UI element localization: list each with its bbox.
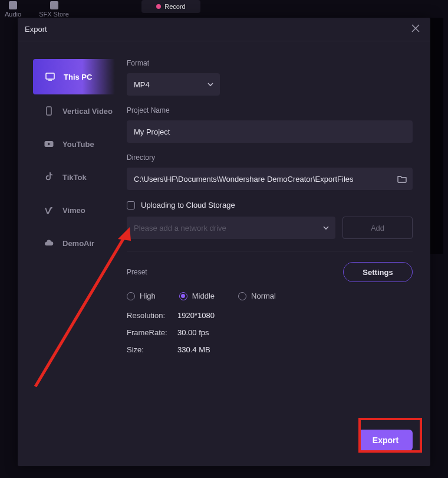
background-toolbar: Audio SFX Store [0,0,448,18]
vertical-video-icon [44,106,54,116]
sidebar-item-label: Vimeo [62,206,85,215]
preset-radio-normal[interactable]: Normal [238,292,276,300]
chevron-down-icon [207,81,214,88]
export-sidebar: This PC Vertical Video YouTube TikTok [18,59,115,419]
preset-radio-high[interactable]: High [127,292,156,300]
folder-icon[interactable] [397,175,407,183]
chevron-down-icon [322,224,330,231]
tiktok-icon [44,172,54,182]
project-name-input[interactable] [134,127,406,136]
preset-radio-group: High Middle Normal [127,292,413,300]
format-label: Format [127,59,413,67]
cloud-upload-label: Uploading to Cloud Storage [141,201,235,209]
resolution-value: 1920*1080 [177,311,215,320]
framerate-value: 30.00 fps [177,328,209,337]
sidebar-item-label: TikTok [62,173,87,182]
resolution-label: Resolution: [127,311,177,320]
sidebar-item-label: DemoAir [62,239,94,248]
export-button[interactable]: Export [358,430,413,451]
sidebar-item-label: This PC [64,73,92,81]
dialog-title: Export [25,25,47,34]
divider [127,251,413,251]
directory-input-wrap [127,168,413,190]
export-main-panel: Format MP4 Project Name Directory [115,59,430,419]
project-name-label: Project Name [127,106,413,114]
add-drive-button[interactable]: Add [342,217,413,239]
background-record-pill: Record [141,0,200,13]
project-name-input-wrap [127,120,413,143]
vimeo-icon [44,205,54,215]
preset-label: Preset [127,268,147,276]
sidebar-item-vertical-video[interactable]: Vertical Video [33,94,115,127]
sidebar-item-this-pc[interactable]: This PC [33,59,115,94]
framerate-label: FrameRate: [127,328,177,337]
sidebar-item-youtube[interactable]: YouTube [33,127,115,161]
sidebar-item-vimeo[interactable]: Vimeo [33,194,115,227]
preset-radio-middle[interactable]: Middle [179,292,215,300]
export-dialog: Export This PC Vertical Video [18,18,430,466]
sidebar-item-label: Vertical Video [62,107,113,116]
format-value: MP4 [134,80,150,89]
svg-rect-0 [46,73,54,79]
directory-input[interactable] [134,175,406,184]
directory-label: Directory [127,153,413,162]
dialog-titlebar: Export [18,18,430,41]
network-drive-select[interactable]: Please add a network drive [127,217,335,239]
sidebar-item-label: YouTube [62,140,94,149]
youtube-icon [44,139,54,149]
monitor-icon [45,71,55,82]
close-icon[interactable] [411,24,422,35]
size-label: Size: [127,345,177,354]
svg-rect-1 [47,107,51,115]
cloud-icon [44,238,54,248]
sidebar-item-demoair[interactable]: DemoAir [33,227,115,260]
network-drive-placeholder: Please add a network drive [134,224,226,233]
size-value: 330.4 MB [177,345,210,354]
settings-button[interactable]: Settings [343,262,413,282]
format-select[interactable]: MP4 [127,73,220,96]
cloud-upload-checkbox[interactable] [127,201,135,209]
sidebar-item-tiktok[interactable]: TikTok [33,161,115,194]
